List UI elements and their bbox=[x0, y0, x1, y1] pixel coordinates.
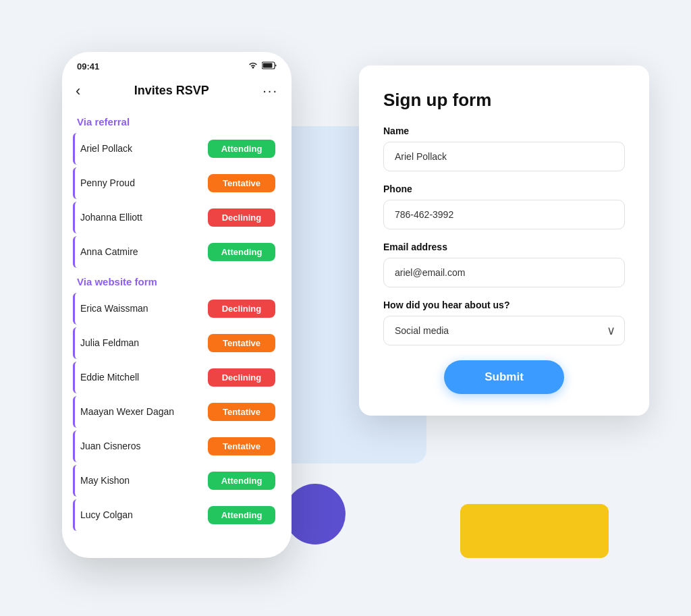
list-item: Penny Proud Tentative bbox=[73, 167, 281, 199]
invite-name: Lucy Colgan bbox=[80, 509, 133, 520]
status-badge: Tentative bbox=[208, 174, 275, 192]
list-item: Johanna Elliott Declining bbox=[73, 202, 281, 233]
website-list: Erica Waissman Declining Julia Feldman T… bbox=[73, 293, 281, 531]
status-time: 09:41 bbox=[77, 61, 99, 72]
list-item: Erica Waissman Declining bbox=[73, 293, 281, 325]
invite-name: Maayan Wexer Dagan bbox=[80, 406, 174, 417]
status-badge: Attending bbox=[208, 506, 275, 524]
invite-name: Penny Proud bbox=[80, 177, 135, 188]
email-field-group: Email address bbox=[383, 242, 625, 287]
invite-name: Erica Waissman bbox=[80, 303, 148, 314]
referral-list: Ariel Pollack Attending Penny Proud Tent… bbox=[73, 133, 281, 268]
dropdown-wrapper: Social media Friend referral Google Othe… bbox=[383, 316, 625, 345]
status-badge: Attending bbox=[208, 140, 275, 158]
phone-title: Invites RSVP bbox=[134, 84, 209, 98]
back-button[interactable]: ‹ bbox=[76, 82, 80, 100]
invite-name: May Kishon bbox=[80, 475, 130, 486]
phone-content: Via referral Ariel Pollack Attending Pen… bbox=[62, 105, 292, 558]
phone-field-group: Phone bbox=[383, 184, 625, 229]
scene: 09:41 ‹ Invites RSVP ··· Via referral Ar… bbox=[42, 32, 649, 585]
invite-name: Julia Feldman bbox=[80, 337, 139, 348]
list-item: Anna Catmire Attending bbox=[73, 236, 281, 268]
section-label-referral: Via referral bbox=[77, 116, 281, 128]
hear-about-select[interactable]: Social media Friend referral Google Othe… bbox=[383, 316, 625, 345]
list-item: Lucy Colgan Attending bbox=[73, 499, 281, 531]
menu-button[interactable]: ··· bbox=[262, 83, 278, 99]
status-badge: Tentative bbox=[208, 403, 275, 421]
status-badge: Tentative bbox=[208, 437, 275, 455]
section-label-website: Via website form bbox=[77, 276, 281, 287]
status-badge: Attending bbox=[208, 243, 275, 261]
phone-header: ‹ Invites RSVP ··· bbox=[62, 76, 292, 105]
list-item: Ariel Pollack Attending bbox=[73, 133, 281, 165]
name-label: Name bbox=[383, 125, 625, 136]
status-badge: Attending bbox=[208, 472, 275, 490]
name-field-group: Name bbox=[383, 125, 625, 171]
phone-label: Phone bbox=[383, 184, 625, 194]
hear-about-field-group: How did you hear about us? Social media … bbox=[383, 300, 625, 345]
submit-button[interactable]: Submit bbox=[444, 360, 564, 394]
invite-name: Anna Catmire bbox=[80, 246, 138, 257]
phone-input[interactable] bbox=[383, 200, 625, 229]
hear-about-label: How did you hear about us? bbox=[383, 300, 625, 310]
email-input[interactable] bbox=[383, 258, 625, 287]
deco-purple-circle bbox=[285, 484, 346, 544]
status-badge: Declining bbox=[208, 368, 275, 387]
deco-yellow-rect bbox=[460, 504, 609, 558]
status-badge: Declining bbox=[208, 300, 275, 318]
svg-rect-1 bbox=[263, 63, 273, 67]
list-item: May Kishon Attending bbox=[73, 465, 281, 497]
list-item: Maayan Wexer Dagan Tentative bbox=[73, 396, 281, 428]
status-bar: 09:41 bbox=[62, 52, 292, 76]
list-item: Juan Cisneros Tentative bbox=[73, 430, 281, 462]
wifi-icon bbox=[248, 61, 258, 72]
status-badge: Tentative bbox=[208, 334, 275, 352]
signup-form-card: Sign up form Name Phone Email address Ho… bbox=[359, 65, 649, 416]
status-icons bbox=[248, 61, 277, 72]
phone-mockup: 09:41 ‹ Invites RSVP ··· Via referral Ar… bbox=[62, 52, 292, 558]
status-badge: Declining bbox=[208, 208, 275, 227]
list-item: Julia Feldman Tentative bbox=[73, 327, 281, 359]
invite-name: Juan Cisneros bbox=[80, 441, 141, 451]
name-input[interactable] bbox=[383, 142, 625, 171]
form-title: Sign up form bbox=[383, 90, 625, 111]
invite-name: Ariel Pollack bbox=[80, 143, 132, 154]
invite-name: Eddie Mitchell bbox=[80, 372, 139, 383]
invite-name: Johanna Elliott bbox=[80, 212, 142, 223]
list-item: Eddie Mitchell Declining bbox=[73, 362, 281, 393]
battery-icon bbox=[262, 61, 277, 72]
email-label: Email address bbox=[383, 242, 625, 252]
